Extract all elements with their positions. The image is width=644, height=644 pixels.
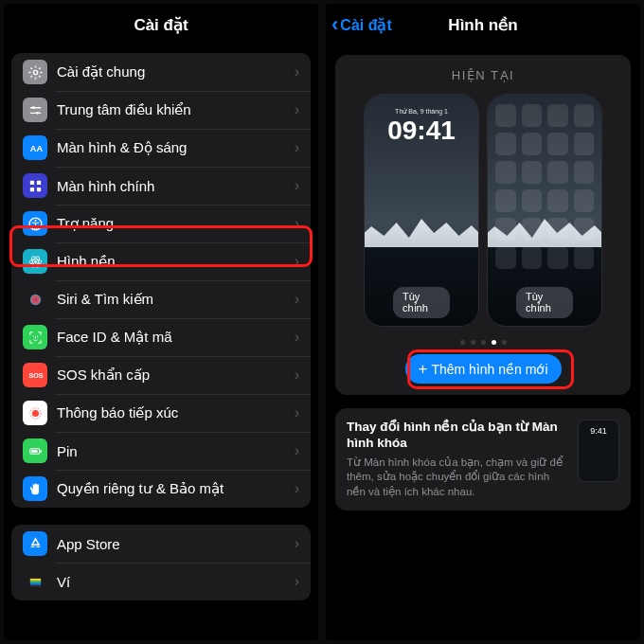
info-description: Từ Màn hình khóa của bạn, chạm và giữ để… [347,456,568,500]
app-grid [495,104,594,292]
row-label: Pin [57,443,295,459]
hand-icon [23,476,47,501]
page-title: Cài đặt [4,4,318,45]
svg-text:SOS: SOS [28,372,43,380]
settings-row-siri[interactable]: Siri & Tìm kiếm› [11,280,311,318]
atom-icon [23,249,47,274]
svg-point-16 [36,335,37,336]
settings-row-sliders[interactable]: Trung tâm điều khiển› [11,91,311,129]
settings-row-hand[interactable]: Quyền riêng tư & Bảo mật› [11,470,311,508]
row-label: App Store [57,536,295,552]
add-wallpaper-label: Thêm hình nền mới [431,362,547,377]
settings-row-battery[interactable]: Pin› [11,432,311,470]
settings-row-accessibility[interactable]: Trợ năng› [11,205,311,242]
settings-pane: Cài đặt Cài đặt chung›Trung tâm điều khi… [4,4,318,640]
appstore-icon [23,531,47,556]
wallet-icon [23,569,47,594]
row-label: Trợ năng [57,215,295,232]
settings-row-wallet[interactable]: Ví› [11,563,311,600]
display-icon: AA [23,135,47,160]
plus-icon: + [419,361,428,377]
info-thumbnail: 9:41 [578,420,619,482]
page-dot [471,340,475,345]
chevron-right-icon: › [295,177,299,194]
settings-row-atom[interactable]: Hình nền› [11,242,311,280]
settings-list: Cài đặt chung›Trung tâm điều khiển›AAMàn… [4,45,318,640]
row-label: Ví [57,574,295,590]
chevron-right-icon: › [295,442,299,459]
settings-row-exposure[interactable]: Thông báo tiếp xúc› [11,394,311,432]
svg-rect-24 [29,578,40,580]
svg-text:AA: AA [29,144,43,153]
chevron-right-icon: › [295,404,299,421]
back-button[interactable]: ‹ Cài đặt [331,4,392,45]
row-label: Hình nền [57,253,295,270]
wallpaper-pane: ‹ Cài đặt Hình nền HIỆN TẠI Thứ Ba, 9 th… [326,4,640,640]
chevron-right-icon: › [295,139,299,156]
chevron-left-icon: ‹ [331,12,338,37]
svg-rect-26 [29,582,40,584]
row-label: Màn hình & Độ sáng [57,139,295,156]
row-label: SOS khẩn cấp [57,367,295,384]
settings-row-home-grid[interactable]: Màn hình chính› [11,167,311,205]
row-label: Thông báo tiếp xúc [57,404,295,421]
homescreen-preview[interactable]: Tùy chỉnh [487,94,602,327]
settings-row-gear[interactable]: Cài đặt chung› [11,53,311,91]
svg-point-9 [34,219,36,221]
info-card: Thay đổi hình nền của bạn từ Màn hình kh… [335,408,631,510]
faceid-icon [23,325,47,349]
customize-homescreen-button[interactable]: Tùy chỉnh [516,287,573,318]
gear-icon [23,60,47,84]
chevron-right-icon: › [295,63,299,80]
settings-row-appstore[interactable]: App Store› [11,525,311,563]
svg-rect-7 [36,187,40,190]
page-dot [502,340,507,345]
thumb-time: 9:41 [579,426,618,436]
svg-point-15 [32,335,33,336]
lockscreen-time: 09:41 [365,116,478,146]
svg-point-0 [33,70,37,74]
home-grid-icon [23,173,47,198]
page-header: ‹ Cài đặt Hình nền [326,4,640,45]
add-wallpaper-button[interactable]: + Thêm hình nền mới [405,354,562,384]
svg-point-14 [29,294,40,304]
row-label: Màn hình chính [57,178,295,194]
svg-rect-22 [31,450,37,453]
settings-row-faceid[interactable]: Face ID & Mật mã› [11,318,311,356]
chevron-right-icon: › [295,215,299,232]
chevron-right-icon: › [295,573,299,590]
siri-icon [23,287,47,312]
row-label: Trung tâm điều khiển [57,101,295,118]
settings-row-sos[interactable]: SOSSOS khẩn cấp› [11,356,311,394]
accessibility-icon [23,211,47,236]
sos-icon: SOS [23,363,47,387]
row-label: Quyền riêng tư & Bảo mật [57,480,295,497]
back-label: Cài đặt [340,16,391,34]
chevron-right-icon: › [295,367,299,384]
page-title: Hình nền [448,15,517,35]
chevron-right-icon: › [295,253,299,270]
sliders-icon [23,98,47,122]
lockscreen-date: Thứ Ba, 9 tháng 1 [365,108,478,116]
settings-row-display[interactable]: AAMàn hình & Độ sáng› [11,129,311,167]
svg-rect-25 [29,581,40,582]
page-dot [492,340,496,345]
page-indicator [345,340,621,345]
svg-rect-4 [29,180,33,184]
chevron-right-icon: › [295,329,299,346]
row-label: Cài đặt chung [57,63,295,80]
chevron-right-icon: › [295,535,299,552]
customize-lockscreen-button[interactable]: Tùy chỉnh [393,287,450,318]
svg-point-18 [31,409,38,416]
lockscreen-preview[interactable]: Thứ Ba, 9 tháng 1 09:41 Tùy chỉnh [364,94,479,327]
svg-point-2 [36,111,39,114]
battery-icon [23,438,47,463]
chevron-right-icon: › [295,480,299,497]
svg-point-1 [31,106,34,109]
page-dot [481,340,486,345]
current-wallpaper-card: HIỆN TẠI Thứ Ba, 9 tháng 1 09:41 Tùy chỉ… [335,55,631,395]
current-label: HIỆN TẠI [345,68,621,82]
svg-rect-5 [36,180,40,184]
svg-rect-6 [29,187,33,190]
exposure-icon [23,401,47,425]
